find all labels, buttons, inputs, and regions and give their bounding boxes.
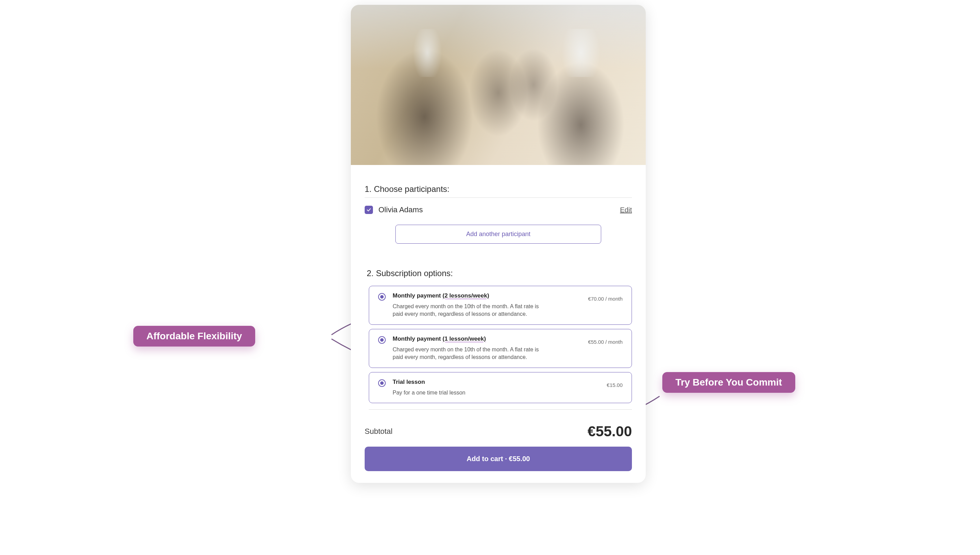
radio-dot-icon: [380, 295, 384, 298]
add-participant-button[interactable]: Add another participant: [395, 225, 601, 244]
participant-name: Olivia Adams: [379, 205, 620, 214]
check-icon: [366, 207, 371, 213]
participant-row: Olivia Adams Edit: [365, 198, 632, 218]
add-to-cart-button[interactable]: Add to cart · €55.00: [365, 447, 632, 471]
option-desc: Charged every month on the 10th of the m…: [393, 346, 541, 361]
booking-card: 1. Choose participants: Olivia Adams Edi…: [351, 5, 646, 483]
option-body: Monthly payment (2 lessons/week) Charged…: [393, 292, 581, 318]
callout-affordable: Affordable Flexibility: [133, 326, 255, 346]
subscription-option-1-lesson[interactable]: Monthly payment (1 lesson/week) Charged …: [369, 329, 632, 368]
option-price: €15.00: [607, 382, 623, 388]
participant-checkbox[interactable]: [365, 206, 373, 214]
option-title-prefix: Trial lesson: [393, 379, 425, 385]
radio-option-3[interactable]: [378, 379, 386, 387]
subscription-option-trial[interactable]: Trial lesson Pay for a one time trial le…: [369, 372, 632, 403]
radio-option-1[interactable]: [378, 293, 386, 301]
radio-option-2[interactable]: [378, 336, 386, 344]
section-title-choose: 1. Choose participants:: [365, 184, 632, 198]
divider: [369, 409, 632, 410]
subtotal-amount: €55.00: [588, 423, 632, 440]
option-title-prefix: Monthly payment: [393, 335, 443, 342]
radio-dot-icon: [380, 382, 384, 385]
option-title: Trial lesson: [393, 379, 600, 385]
option-body: Monthly payment (1 lesson/week) Charged …: [393, 335, 581, 361]
option-body: Trial lesson Pay for a one time trial le…: [393, 379, 600, 396]
callout-trial: Try Before You Commit: [662, 372, 795, 393]
subscription-option-2-lessons[interactable]: Monthly payment (2 lessons/week) Charged…: [369, 286, 632, 325]
option-title: Monthly payment (1 lesson/week): [393, 335, 581, 342]
option-desc: Pay for a one time trial lesson: [393, 389, 541, 396]
callout-left-text: Affordable Flexibility: [146, 330, 242, 342]
radio-dot-icon: [380, 338, 384, 342]
option-title-highlight: (2 lessons/week): [443, 292, 489, 299]
subtotal-row: Subtotal €55.00: [351, 413, 646, 440]
option-title-highlight: (1 lesson/week): [443, 335, 486, 342]
hero-image: [351, 5, 646, 165]
edit-participant-link[interactable]: Edit: [620, 206, 632, 214]
section-title-options: 2. Subscription options:: [365, 268, 632, 282]
subtotal-label: Subtotal: [365, 427, 393, 436]
option-desc: Charged every month on the 10th of the m…: [393, 303, 541, 318]
subscription-options-section: 2. Subscription options:: [351, 268, 646, 282]
callout-right-text: Try Before You Commit: [675, 377, 782, 388]
option-price: €70.00 / month: [588, 296, 623, 302]
option-title-prefix: Monthly payment: [393, 292, 443, 299]
option-price: €55.00 / month: [588, 339, 623, 345]
option-title: Monthly payment (2 lessons/week): [393, 292, 581, 299]
choose-participants-section: 1. Choose participants: Olivia Adams Edi…: [351, 184, 646, 244]
